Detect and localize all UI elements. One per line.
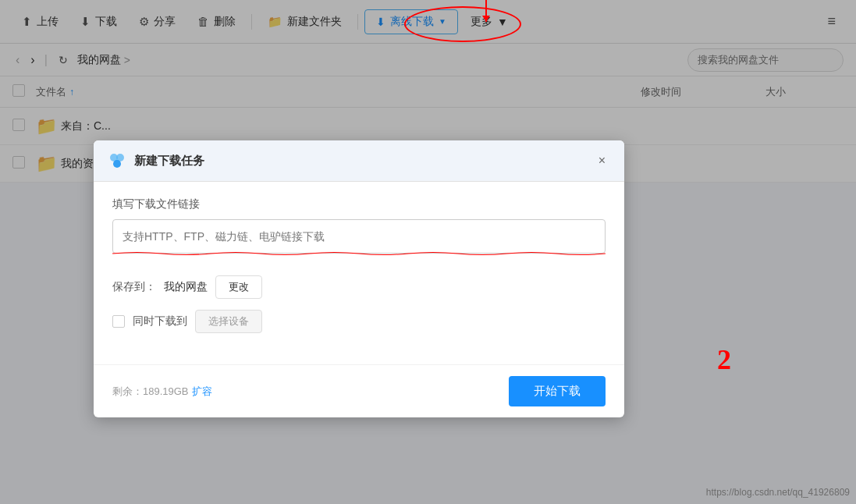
modal-title: 新建下载任务 (134, 154, 586, 169)
start-download-button[interactable]: 开始下载 (509, 376, 606, 406)
modal-footer: 剩余：189.19GB 扩容 开始下载 (94, 364, 624, 417)
url-input-wrapper (112, 219, 606, 260)
url-label: 填写下载文件链接 (112, 197, 606, 211)
baidu-logo (108, 151, 126, 170)
modal-body: 填写下载文件链接 保存到： 我的网盘 更改 同时下载到 选择设备 (94, 182, 624, 364)
sync-checkbox[interactable] (112, 315, 125, 328)
remaining-storage: 剩余：189.19GB 扩容 (112, 385, 212, 399)
modal-close-button[interactable]: × (594, 152, 610, 169)
sync-device-row: 同时下载到 选择设备 (112, 310, 606, 333)
expand-storage-link[interactable]: 扩容 (192, 385, 212, 399)
modal-header: 新建下载任务 × (94, 140, 624, 182)
change-location-button[interactable]: 更改 (215, 275, 262, 299)
svg-point-2 (113, 160, 121, 168)
save-to-row: 保存到： 我的网盘 更改 (112, 275, 606, 299)
select-device-button[interactable]: 选择设备 (195, 310, 262, 333)
url-input[interactable] (112, 219, 606, 254)
download-task-modal: 新建下载任务 × 填写下载文件链接 保存到： 我的网盘 更改 同时下载到 选 (94, 140, 624, 417)
modal-overlay: 新建下载任务 × 填写下载文件链接 保存到： 我的网盘 更改 同时下载到 选 (0, 0, 856, 504)
